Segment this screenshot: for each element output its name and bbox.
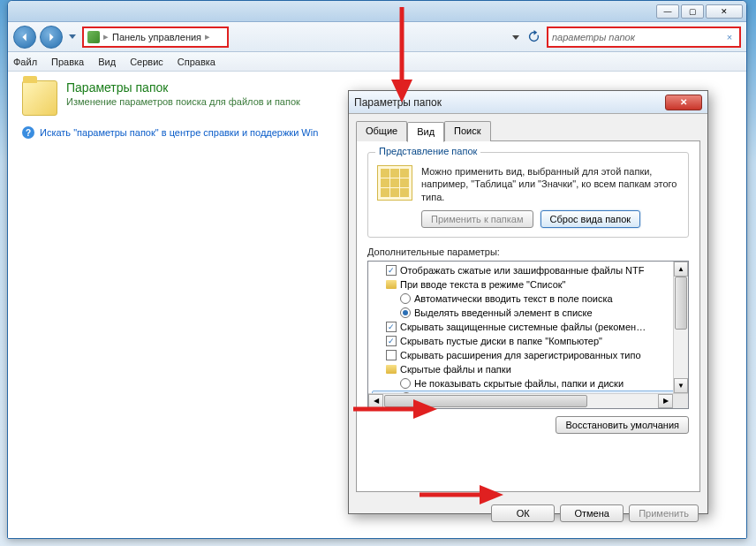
tab-search[interactable]: Поиск — [444, 121, 490, 141]
apply-button: Применить — [629, 504, 699, 522]
page-subtitle: Изменение параметров поиска для файлов и… — [66, 96, 300, 107]
checkbox-icon[interactable]: ✓ — [386, 336, 397, 346]
advanced-settings-list[interactable]: ✓Отображать сжатые или зашифрованные фай… — [367, 261, 689, 409]
vertical-scrollbar[interactable]: ▲ ▼ — [673, 262, 688, 393]
minimize-button[interactable]: — — [656, 4, 679, 19]
radio-icon[interactable] — [400, 378, 411, 389]
advanced-setting-item[interactable]: Скрывать расширения для зарегистрированн… — [368, 348, 688, 362]
setting-label: Скрывать пустые диски в папке "Компьютер… — [400, 336, 602, 346]
tab-strip: Общие Вид Поиск — [356, 121, 700, 141]
menu-file[interactable]: Файл — [13, 57, 37, 67]
horizontal-scrollbar[interactable]: ◀ ▶ — [368, 393, 688, 408]
scroll-thumb-horizontal[interactable] — [384, 395, 587, 407]
radio-icon[interactable] — [400, 307, 411, 318]
search-box[interactable]: × — [547, 27, 741, 48]
setting-label: Скрывать защищенные системные файлы (рек… — [400, 322, 646, 332]
setting-label: Выделять введенный элемент в списке — [414, 307, 593, 318]
titlebar: — ▢ ✕ — [8, 1, 746, 22]
advanced-settings-label: Дополнительные параметры: — [367, 246, 689, 257]
setting-label: Автоматически вводить текст в поле поиск… — [414, 293, 613, 304]
setting-label: Скрывать расширения для зарегистрированн… — [400, 350, 641, 360]
navigation-bar: ▸ Панель управления ▸ × — [8, 22, 746, 52]
checkbox-icon[interactable]: ✓ — [386, 265, 397, 276]
advanced-setting-item[interactable]: При вводе текста в режиме "Список" — [368, 277, 688, 292]
breadcrumb-separator: ▸ — [205, 31, 210, 42]
menu-view[interactable]: Вид — [98, 57, 116, 67]
group-description: Можно применить вид, выбранный для этой … — [421, 165, 679, 203]
folder-views-group: Представление папок Можно применить вид,… — [367, 152, 689, 238]
apply-to-folders-button: Применить к папкам — [421, 210, 533, 228]
advanced-setting-item[interactable]: Скрытые файлы и папки — [368, 362, 688, 376]
setting-label: При вводе текста в режиме "Список" — [400, 279, 565, 290]
folder-icon — [386, 365, 397, 374]
advanced-setting-item[interactable]: ✓Скрывать защищенные системные файлы (ре… — [368, 320, 688, 334]
search-clear-button[interactable]: × — [723, 31, 736, 43]
tab-general[interactable]: Общие — [356, 121, 407, 141]
scroll-up-button[interactable]: ▲ — [674, 262, 688, 277]
dialog-footer: ОК Отмена Применить — [349, 497, 707, 529]
restore-defaults-button[interactable]: Восстановить умолчания — [556, 416, 689, 434]
menu-help[interactable]: Справка — [178, 57, 215, 67]
breadcrumb-separator: ▸ — [103, 31, 109, 42]
folder-options-dialog: Параметры папок ✕ Общие Вид Поиск Предст… — [348, 90, 708, 514]
menu-edit[interactable]: Правка — [51, 57, 84, 67]
menu-tools[interactable]: Сервис — [130, 57, 163, 67]
radio-icon[interactable] — [400, 293, 411, 304]
group-title: Представление папок — [375, 146, 480, 156]
tab-panel-view: Представление папок Можно применить вид,… — [356, 140, 700, 492]
dialog-title: Параметры папок — [354, 96, 665, 109]
advanced-setting-item[interactable]: Не показывать скрытые файлы, папки и дис… — [368, 376, 688, 391]
dialog-close-button[interactable]: ✕ — [665, 95, 702, 110]
scroll-down-button[interactable]: ▼ — [674, 378, 688, 393]
breadcrumb-root[interactable]: Панель управления — [112, 32, 201, 42]
tab-view[interactable]: Вид — [407, 122, 444, 142]
folder-options-icon — [22, 80, 57, 116]
cancel-button[interactable]: Отмена — [560, 504, 624, 522]
ok-button[interactable]: ОК — [491, 504, 555, 522]
help-link-text: Искать "параметры папок" в центре справк… — [40, 127, 318, 138]
control-panel-icon — [87, 31, 100, 43]
scroll-left-button[interactable]: ◀ — [368, 394, 383, 408]
refresh-button[interactable] — [524, 27, 543, 47]
address-dropdown-icon[interactable] — [511, 31, 520, 43]
menu-bar: Файл Правка Вид Сервис Справка — [8, 52, 746, 72]
close-button[interactable]: ✕ — [706, 4, 743, 19]
folder-views-icon — [377, 165, 412, 201]
maximize-button[interactable]: ▢ — [681, 4, 704, 19]
reset-folders-button[interactable]: Сброс вида папок — [541, 210, 641, 228]
advanced-setting-item[interactable]: Выделять введенный элемент в списке — [368, 306, 688, 320]
checkbox-icon[interactable]: ✓ — [386, 322, 397, 332]
scroll-right-button[interactable]: ▶ — [658, 394, 673, 408]
nav-forward-button[interactable] — [40, 26, 63, 49]
scroll-thumb-vertical[interactable] — [675, 277, 687, 330]
setting-label: Скрытые файлы и папки — [400, 364, 511, 375]
setting-label: Отображать сжатые или зашифрованные файл… — [400, 265, 644, 276]
nav-back-button[interactable] — [13, 26, 36, 49]
advanced-setting-item[interactable]: ✓Отображать сжатые или зашифрованные фай… — [368, 263, 688, 277]
setting-label: Не показывать скрытые файлы, папки и дис… — [414, 378, 624, 389]
folder-icon — [386, 280, 397, 289]
search-input[interactable] — [552, 32, 723, 42]
nav-history-dropdown[interactable] — [66, 26, 79, 49]
advanced-setting-item[interactable]: Автоматически вводить текст в поле поиск… — [368, 292, 688, 306]
help-icon: ? — [22, 126, 34, 139]
dialog-titlebar[interactable]: Параметры папок ✕ — [349, 91, 707, 114]
address-bar[interactable]: ▸ Панель управления ▸ — [82, 27, 229, 48]
advanced-setting-item[interactable]: ✓Скрывать пустые диски в папке "Компьюте… — [368, 334, 688, 348]
page-title: Параметры папок — [66, 80, 300, 95]
checkbox-icon[interactable] — [386, 350, 397, 360]
